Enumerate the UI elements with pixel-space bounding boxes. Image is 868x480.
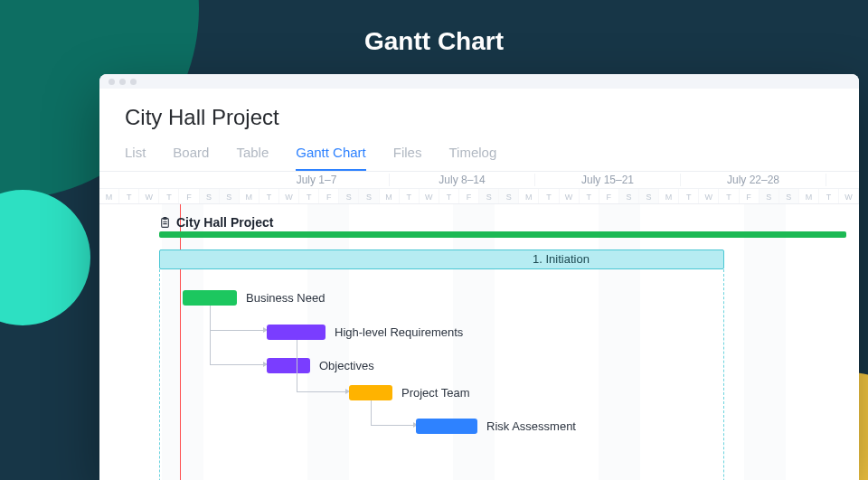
task-row[interactable]: Risk Assessment	[416, 419, 576, 434]
day-label: F	[179, 189, 199, 203]
tab-timelog[interactable]: Timelog	[448, 145, 496, 171]
project-summary-row[interactable]: City Hall Project	[159, 215, 273, 230]
project-summary-label: City Hall Project	[176, 215, 273, 230]
day-label: T	[259, 189, 279, 203]
tab-files[interactable]: Files	[393, 145, 422, 171]
day-label: T	[439, 189, 459, 203]
day-label: F	[740, 189, 760, 203]
task-row[interactable]: Business Need	[183, 290, 325, 306]
weekend-stripe	[162, 204, 203, 480]
window-chrome	[99, 74, 859, 89]
task-label: Business Need	[246, 291, 325, 305]
day-label: S	[359, 189, 379, 203]
day-label: S	[639, 189, 659, 203]
weekend-stripe	[453, 204, 495, 480]
day-label: M	[240, 189, 259, 203]
day-label: M	[519, 189, 539, 203]
day-label: F	[459, 189, 479, 203]
task-bar-project-team[interactable]	[349, 385, 392, 400]
day-label: F	[599, 189, 619, 203]
traffic-light-dot	[119, 79, 126, 85]
task-label: High-level Requirements	[335, 325, 463, 339]
task-bar-risk-assessment[interactable]	[416, 419, 477, 434]
day-label: T	[539, 189, 559, 203]
task-label: Project Team	[401, 386, 470, 400]
day-label: S	[499, 189, 519, 203]
day-label: W	[420, 189, 439, 203]
day-label: M	[99, 189, 119, 203]
day-label: W	[839, 189, 859, 203]
day-label: S	[479, 189, 499, 203]
day-label: W	[279, 189, 299, 203]
phase-boundary	[159, 269, 160, 480]
week-label: July 8–14	[390, 174, 535, 186]
today-line	[180, 204, 181, 480]
phase-boundary	[723, 269, 724, 480]
day-label: M	[380, 189, 400, 203]
day-label: T	[679, 189, 699, 203]
day-label: W	[560, 189, 580, 203]
week-label: July 22–28	[681, 174, 826, 186]
task-label: Risk Assessment	[486, 419, 576, 433]
view-tabs: List Board Table Gantt Chart Files Timel…	[125, 145, 834, 171]
week-label: July 15–21	[535, 174, 681, 186]
task-bar-business-need[interactable]	[183, 290, 237, 306]
traffic-light-dot	[108, 79, 115, 85]
day-label: S	[339, 189, 359, 203]
weekend-stripe	[599, 204, 640, 480]
day-label: T	[159, 189, 179, 203]
timeline-header: July 1–7 July 8–14 July 15–21 July 22–28…	[99, 171, 859, 480]
task-row[interactable]: Project Team	[349, 385, 470, 400]
gantt-body[interactable]: › City Hall Project 1. Initiation Busine…	[99, 204, 859, 480]
app-window: City Hall Project List Board Table Gantt…	[99, 74, 859, 480]
week-label: July 1–7	[244, 174, 390, 186]
clipboard-icon	[159, 217, 171, 229]
tab-gantt[interactable]: Gantt Chart	[296, 145, 366, 171]
project-summary-bar[interactable]	[159, 231, 846, 238]
tab-table[interactable]: Table	[236, 145, 269, 171]
day-label: S	[619, 189, 639, 203]
day-label: T	[580, 189, 599, 203]
tab-list[interactable]: List	[125, 145, 146, 171]
tab-board[interactable]: Board	[173, 145, 209, 171]
day-label: S	[220, 189, 240, 203]
day-label: F	[319, 189, 339, 203]
traffic-light-dot	[130, 79, 137, 85]
day-label: S	[760, 189, 779, 203]
task-row[interactable]: High-level Requirements	[267, 325, 463, 340]
dependency-arrow	[297, 340, 346, 392]
day-label: S	[779, 189, 799, 203]
task-bar-requirements[interactable]	[267, 325, 326, 340]
phase-bar-initiation[interactable]: 1. Initiation	[159, 249, 724, 269]
day-label: M	[659, 189, 679, 203]
weekend-stripe	[744, 204, 786, 480]
hero-title: Gantt Chart	[0, 27, 868, 56]
dependency-arrow	[210, 306, 264, 365]
day-label: T	[299, 189, 319, 203]
day-label: T	[119, 189, 139, 203]
day-label: W	[139, 189, 159, 203]
day-label: T	[400, 189, 420, 203]
page-title: City Hall Project	[125, 105, 834, 130]
day-label: T	[819, 189, 839, 203]
day-label: M	[799, 189, 819, 203]
dependency-arrow	[371, 400, 414, 426]
day-label: S	[200, 189, 220, 203]
day-label: W	[699, 189, 719, 203]
day-label: T	[719, 189, 739, 203]
bg-shape	[0, 190, 90, 325]
